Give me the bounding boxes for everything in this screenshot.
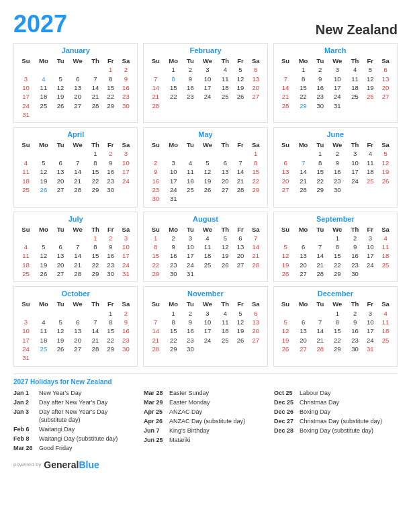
calendar-day (294, 149, 313, 158)
calendar-day: 22 (328, 261, 347, 269)
calendar-day: 26 (233, 92, 248, 101)
calendar-day: 13 (294, 251, 313, 260)
calendar-day: 21 (294, 176, 313, 185)
calendar-day: 1 (328, 308, 347, 317)
calendar-day: 25 (34, 345, 53, 353)
calendar-day (34, 110, 53, 119)
calendar-day: 12 (34, 167, 53, 176)
calendar-day: 14 (147, 326, 164, 335)
calendar-day: 10 (183, 242, 197, 251)
calendar-day: 25 (183, 185, 197, 194)
calendar-day: 5 (377, 149, 394, 158)
calendar-day: 18 (217, 326, 233, 335)
calendar-day: 14 (147, 83, 164, 92)
holiday-item: Dec 25Christmas Day (274, 398, 398, 406)
month-block: OctoberSuMoTuWeThFrSa1234567891011121314… (13, 286, 138, 366)
holiday-date: Jan 2 (13, 398, 36, 406)
calendar-day: 12 (53, 83, 68, 92)
day-header: We (198, 140, 218, 149)
calendar-day: 9 (103, 159, 118, 167)
calendar-day: 26 (53, 345, 68, 353)
calendar-day: 1 (248, 149, 264, 158)
calendar-day: 11 (198, 242, 218, 251)
calendar-day (347, 101, 363, 110)
calendar-day: 14 (313, 251, 328, 260)
calendar-day: 27 (248, 336, 264, 345)
calendar-day (68, 308, 87, 317)
holiday-date: Feb 6 (13, 425, 36, 433)
calendar-day: 18 (17, 176, 34, 185)
calendar-day: 23 (147, 185, 164, 194)
calendar-day: 31 (164, 194, 183, 203)
holiday-name: ANZAC Day (substitute day) (169, 417, 245, 425)
calendar-day: 31 (17, 110, 34, 119)
day-header: Su (277, 300, 294, 308)
calendar-day: 21 (277, 92, 294, 101)
calendar-day: 22 (103, 92, 118, 101)
holiday-name: Labour Day (300, 389, 331, 397)
holiday-date: Dec 28 (274, 427, 297, 435)
calendar-day: 23 (347, 336, 363, 345)
day-header: Th (217, 300, 233, 308)
calendar-day: 22 (313, 176, 328, 185)
calendar-day: 5 (277, 318, 294, 326)
calendar-day (198, 194, 218, 203)
day-header: Th (87, 300, 103, 308)
holiday-item: Apr 25ANZAC Day (144, 408, 267, 416)
calendar-day: 2 (183, 308, 197, 317)
calendar-day: 8 (164, 318, 183, 326)
calendar-day: 12 (53, 326, 68, 335)
day-header: Tu (53, 56, 68, 65)
calendar-day: 17 (17, 336, 34, 345)
day-header: Th (87, 225, 103, 234)
calendar-day: 16 (118, 83, 134, 92)
day-header: Th (87, 56, 103, 65)
calendar-day: 3 (198, 65, 218, 74)
month-block: NovemberSuMoTuWeThFrSa123456789101112131… (143, 286, 267, 366)
calendar-day: 2 (164, 234, 183, 242)
calendar-day: 20 (53, 176, 68, 185)
calendar-day: 27 (53, 185, 68, 194)
calendar-day: 14 (233, 167, 248, 176)
calendar-day: 3 (164, 159, 183, 167)
calendar-day: 29 (164, 345, 183, 353)
calendar-table: SuMoTuWeThFrSa12345678910111213141516171… (17, 300, 134, 362)
calendar-day: 13 (248, 74, 264, 83)
calendar-day (87, 308, 103, 317)
calendar-day: 15 (103, 326, 118, 335)
calendar-day: 2 (118, 65, 134, 74)
calendar-day: 4 (198, 234, 218, 242)
calendar-day: 14 (294, 167, 313, 176)
calendar-day (17, 65, 34, 74)
calendar-day: 27 (294, 269, 313, 278)
calendar-day: 18 (347, 83, 363, 92)
calendar-day: 3 (328, 65, 347, 74)
calendar-day: 15 (103, 83, 118, 92)
calendar-day (363, 101, 377, 110)
calendar-day: 13 (294, 326, 313, 335)
calendar-day: 2 (103, 234, 118, 242)
calendar-day: 4 (217, 65, 233, 74)
calendar-day: 9 (118, 318, 134, 326)
day-header: Fr (233, 300, 248, 308)
calendar-day: 28 (68, 269, 87, 278)
calendar-day: 1 (313, 149, 328, 158)
holiday-date: Dec 27 (274, 417, 297, 425)
calendar-day: 29 (328, 345, 347, 353)
calendar-day: 2 (118, 308, 134, 317)
calendar-day: 3 (363, 234, 377, 242)
calendar-day: 7 (313, 318, 328, 326)
day-header: Su (17, 140, 34, 149)
calendar-day: 22 (103, 336, 118, 345)
day-header: Fr (363, 300, 377, 308)
calendar-day: 21 (147, 336, 164, 345)
month-title: January (17, 46, 134, 54)
calendar-day: 23 (313, 92, 328, 101)
powered-by-label: powered by (13, 461, 41, 468)
calendar-day: 28 (87, 101, 103, 110)
calendar-day: 25 (17, 185, 34, 194)
calendar-day: 24 (328, 92, 347, 101)
day-header: We (198, 56, 218, 65)
day-header: Fr (233, 225, 248, 234)
calendar-table: SuMoTuWeThFrSa12345678910111213141516171… (17, 225, 134, 279)
